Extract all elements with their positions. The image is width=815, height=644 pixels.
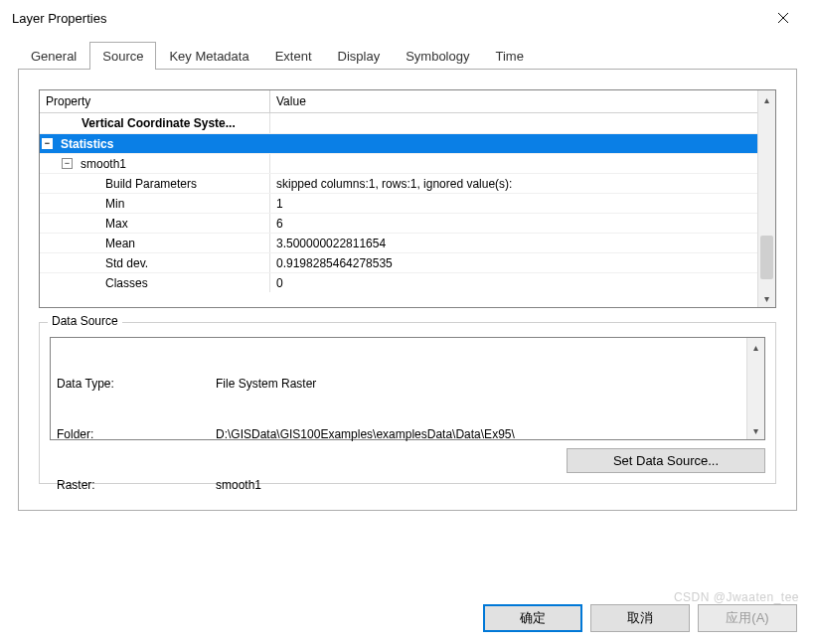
scrollbar-track[interactable] <box>758 108 775 289</box>
ok-button[interactable]: 确定 <box>483 604 582 632</box>
prop-row-statistics[interactable]: − Statistics <box>40 133 757 153</box>
data-source-scrollbar[interactable]: ▴ ▾ <box>746 338 764 439</box>
prop-row-mean[interactable]: Mean 3.500000022811654 <box>40 233 757 252</box>
panel-source: Property Value Vertical Coordinate Syste… <box>18 70 797 511</box>
data-source-text: Data Type: File System Raster Folder: D:… <box>51 338 746 439</box>
minus-icon[interactable]: − <box>62 158 73 169</box>
tab-strip: General Source Key Metadata Extent Displ… <box>18 42 797 70</box>
dialog-footer: 确定 取消 应用(A) <box>0 604 815 632</box>
tab-source[interactable]: Source <box>89 42 156 70</box>
data-source-box: Data Type: File System Raster Folder: D:… <box>50 337 765 440</box>
tab-display[interactable]: Display <box>325 42 394 70</box>
prop-row-vertical-coord[interactable]: Vertical Coordinate Syste... <box>40 113 757 133</box>
tab-key-metadata[interactable]: Key Metadata <box>156 42 261 70</box>
window-title: Layer Properties <box>12 11 106 26</box>
prop-row-smooth1[interactable]: − smooth1 <box>40 153 757 173</box>
property-grid-scrollbar[interactable]: ▴ ▾ <box>757 90 775 307</box>
column-header-property[interactable]: Property <box>40 90 270 112</box>
prop-row-max[interactable]: Max 6 <box>40 213 757 233</box>
data-source-group: Data Source Data Type: File System Raste… <box>39 322 776 484</box>
apply-button: 应用(A) <box>698 604 797 632</box>
watermark: CSDN @Jwaaten_tee <box>674 590 799 604</box>
scrollbar-track[interactable] <box>747 356 764 421</box>
property-grid: Property Value Vertical Coordinate Syste… <box>39 89 776 308</box>
chevron-down-icon[interactable]: ▾ <box>758 289 775 307</box>
tab-general[interactable]: General <box>18 42 89 70</box>
prop-row-classes[interactable]: Classes 0 <box>40 272 757 292</box>
tab-symbology[interactable]: Symbology <box>393 42 482 70</box>
minus-icon[interactable]: − <box>42 138 53 149</box>
set-data-source-button[interactable]: Set Data Source... <box>567 448 765 473</box>
prop-row-min[interactable]: Min 1 <box>40 193 757 213</box>
scrollbar-thumb[interactable] <box>760 236 773 279</box>
tab-extent[interactable]: Extent <box>262 42 325 70</box>
chevron-down-icon[interactable]: ▾ <box>747 421 764 439</box>
cancel-button[interactable]: 取消 <box>590 604 690 632</box>
prop-row-stddev[interactable]: Std dev. 0.9198285464278535 <box>40 252 757 272</box>
property-grid-header: Property Value <box>40 90 757 113</box>
column-header-value[interactable]: Value <box>270 90 757 112</box>
data-source-legend: Data Source <box>48 314 122 328</box>
prop-row-build-parameters[interactable]: Build Parameters skipped columns:1, rows… <box>40 173 757 193</box>
close-icon[interactable] <box>763 4 803 32</box>
chevron-up-icon[interactable]: ▴ <box>758 90 775 108</box>
tab-time[interactable]: Time <box>482 42 536 70</box>
chevron-up-icon[interactable]: ▴ <box>747 338 764 356</box>
